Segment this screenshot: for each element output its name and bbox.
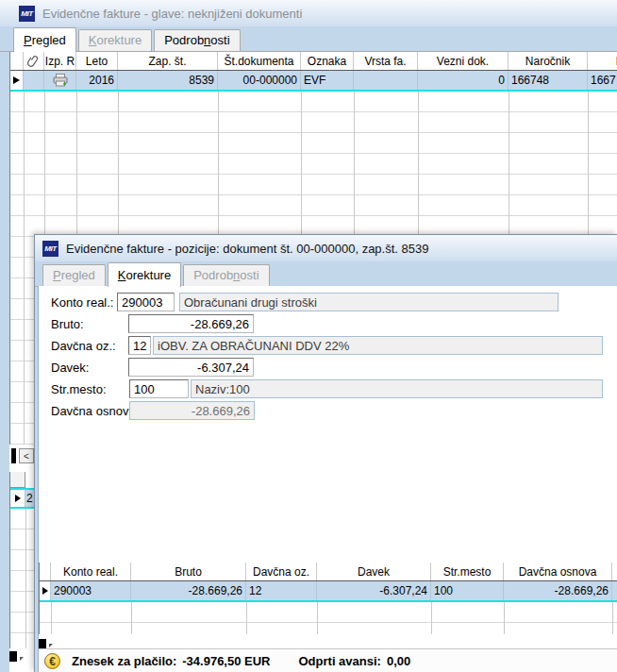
input-davek[interactable]: -6.307,24	[128, 358, 254, 377]
current-row-arrow-icon	[13, 76, 20, 84]
label-davek: Davek:	[51, 361, 89, 375]
hscrollbar-back-grid[interactable]: <	[11, 448, 34, 463]
cell-oznaka: EVF	[301, 71, 354, 90]
column-header-placnik[interactable]: Pla	[588, 52, 617, 70]
status-avans-label: Odprti avansi:	[299, 654, 381, 668]
tab-pregled-front[interactable]: Pregled	[42, 264, 106, 286]
cell-izp-r	[44, 71, 76, 90]
column-header-zap-st[interactable]: Zap. št.	[118, 52, 218, 70]
cell-str-mesto: 100	[431, 581, 504, 600]
input-str-mesto[interactable]: 100	[129, 379, 189, 398]
field-davcna-osnova: -28.669,26	[129, 401, 255, 420]
column-header-davcna-oz[interactable]: Davčna oz.	[246, 563, 317, 580]
cell-vrsta-fa	[354, 71, 418, 90]
current-row-arrow-icon	[15, 495, 21, 502]
column-header-narocnik[interactable]: Naročnik	[509, 52, 588, 70]
row-selector	[40, 581, 51, 600]
column-header-davek[interactable]: Davek	[317, 563, 431, 580]
status-pay-value: -34.976,50 EUR	[182, 654, 270, 668]
column-header-filler	[612, 563, 617, 580]
chevron-left-icon: <	[24, 451, 29, 462]
cell-leto: 2016	[76, 71, 118, 90]
invoices-grid: Izp. R Leto Zap. št. Št.dokumenta Oznaka…	[9, 52, 617, 92]
window-evidencne-fakture-pozicije: MIT Evidenčne fakture - pozicije: dokume…	[34, 234, 617, 672]
invoice-row-selected[interactable]: 2016 8539 00-000000 EVF 0 166748 1667	[10, 71, 617, 92]
status-avans-value: 0,00	[387, 654, 410, 668]
row-selector	[10, 71, 24, 90]
column-header-izp-r[interactable]: Izp. R	[44, 52, 76, 70]
invoices-grid-header: Izp. R Leto Zap. št. Št.dokumenta Oznaka…	[10, 52, 617, 71]
tab-podrobnosti-back[interactable]: Podrobnosti	[154, 29, 240, 51]
cell-placnik: 1667	[588, 71, 617, 90]
mini-grid-corner-header	[10, 472, 25, 488]
label-konto-real: Konto real.:	[51, 295, 114, 310]
column-header-leto[interactable]: Leto	[76, 52, 118, 70]
paperclip-icon	[25, 53, 42, 70]
mini-cell-value: 2	[25, 490, 34, 507]
positions-grid: Konto real. Bruto Davčna oz. Davek Str.m…	[39, 563, 617, 602]
positions-scrollbar-thumb[interactable]	[39, 639, 46, 648]
status-bar: € Znesek za plačilo: -34.976,50 EUR Odpr…	[39, 648, 617, 672]
mini-scrollbar-arrow-icon	[20, 657, 24, 661]
label-davcna-osnova: Davčna osnova:	[51, 404, 139, 418]
row-selector-header	[10, 52, 24, 70]
input-konto-real[interactable]: 290003	[117, 293, 175, 311]
cell-konto-real: 290003	[51, 581, 131, 600]
titlebar-back[interactable]: MIT Evidenčne fakture - glave: neknjižen…	[0, 0, 617, 26]
scroll-left-button[interactable]: <	[19, 448, 34, 463]
current-row-arrow-icon	[42, 587, 48, 595]
tab-podrobnosti-front[interactable]: Podrobnosti	[183, 264, 269, 286]
column-header-konto-real[interactable]: Konto real.	[51, 563, 131, 580]
label-str-mesto: Str.mesto:	[51, 382, 107, 396]
printer-icon	[53, 74, 68, 87]
tab-korekture-front[interactable]: Korekture	[108, 262, 181, 287]
row-selector	[10, 490, 25, 507]
tabstrip-front: Pregled Korekture Podrobnosti	[35, 261, 617, 287]
cell-filler	[612, 581, 617, 600]
client-area-front: Konto real.: 290003 Obračunani drugi str…	[38, 286, 617, 672]
cell-narocnik: 166748	[509, 71, 588, 90]
cell-zap-st: 8539	[118, 71, 218, 90]
tabstrip-back: Pregled Korekture Podrobnosti	[0, 26, 617, 52]
window-title-front: Evidenčne fakture - pozicije: dokument š…	[66, 242, 428, 256]
mini-grid-selected-row[interactable]: 2	[10, 488, 34, 509]
column-header-vrsta-fa[interactable]: Vrsta fa.	[354, 52, 418, 70]
cell-vezni-dok: 0	[418, 71, 509, 90]
positions-scrollbar-arrow-icon	[49, 644, 53, 647]
cell-st-dokumenta: 00-000000	[218, 71, 301, 90]
window-title-back: Evidenčne fakture - glave: neknjiženi do…	[42, 7, 302, 21]
tab-korekture-back[interactable]: Korekture	[78, 29, 152, 51]
column-header-str-mesto[interactable]: Str.mesto	[431, 563, 504, 580]
attachment-column-header[interactable]	[24, 52, 44, 70]
label-bruto: Bruto:	[51, 317, 84, 331]
input-davcna-oz[interactable]: 12	[128, 336, 151, 355]
column-header-bruto[interactable]: Bruto	[131, 563, 246, 580]
column-header-davcna-osnova[interactable]: Davčna osnova	[504, 563, 612, 580]
cell-davek: -6.307,24	[317, 581, 431, 600]
titlebar-front[interactable]: MIT Evidenčne fakture - pozicije: dokume…	[35, 235, 617, 261]
field-davcna-oz-desc: iOBV. ZA OBRAČUNANI DDV 22%	[153, 336, 603, 355]
input-bruto[interactable]: -28.669,26	[128, 314, 254, 333]
positions-grid-sliver: 2	[9, 472, 34, 648]
scrollbar-thumb[interactable]	[11, 448, 16, 463]
position-row-selected[interactable]: 290003 -28.669,26 12 -6.307,24 100 -28.6…	[40, 581, 617, 602]
app-logo-icon: MIT	[42, 241, 58, 257]
mini-scrollbar-thumb[interactable]	[9, 651, 17, 662]
positions-grid-empty-rows	[39, 602, 617, 634]
column-header-st-dokumenta[interactable]: Št.dokumenta	[218, 52, 301, 70]
mini-grid-empty-rows	[10, 509, 34, 648]
euro-coin-icon: €	[44, 653, 60, 669]
status-pay-label: Znesek za plačilo:	[72, 654, 176, 668]
cell-attachment	[24, 71, 44, 90]
cell-davcna-oz: 12	[246, 581, 317, 600]
column-header-vezni-dok[interactable]: Vezni dok.	[418, 52, 509, 70]
cell-davcna-osnova: -28.669,26	[504, 581, 612, 600]
row-selector-header	[40, 563, 51, 580]
label-davcna-oz: Davčna oz.:	[51, 339, 116, 353]
positions-grid-header: Konto real. Bruto Davčna oz. Davek Str.m…	[40, 563, 617, 581]
tab-pregled-back[interactable]: Pregled	[13, 27, 76, 52]
cell-bruto: -28.669,26	[131, 581, 246, 600]
column-header-oznaka[interactable]: Oznaka	[301, 52, 354, 70]
app-logo-icon: MIT	[19, 6, 35, 22]
field-str-mesto-desc: Naziv:100	[191, 379, 603, 398]
